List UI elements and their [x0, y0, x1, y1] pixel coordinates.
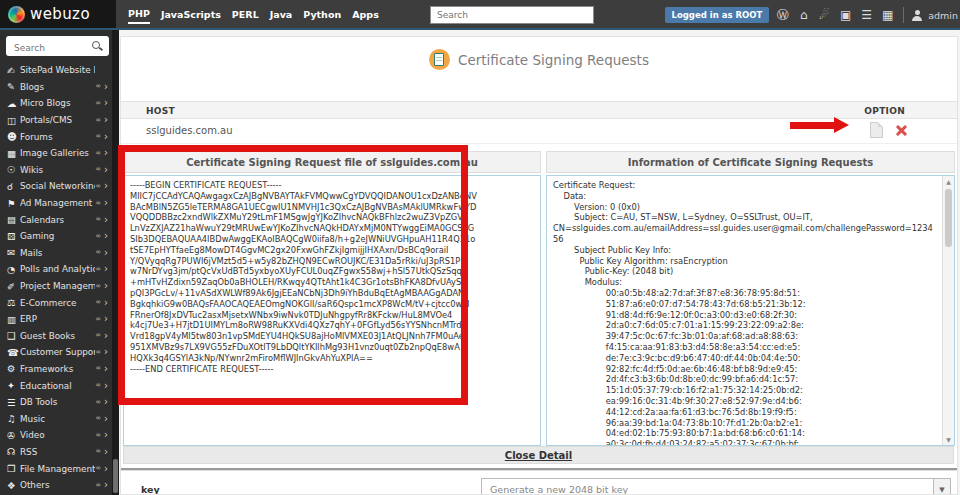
- view-csr-file-icon[interactable]: [870, 122, 883, 138]
- sidebar-item-label: SitePad Website Builder: [20, 65, 95, 75]
- sidebar-item-label: Ad Management: [20, 198, 95, 208]
- sidebar-item[interactable]: ✍ SitePad Website Builder ∞ ›: [0, 62, 112, 79]
- sidebar-item[interactable]: ✐ Project Management ∞ ›: [0, 278, 112, 295]
- wordpress-icon[interactable]: Ⓦ: [775, 9, 790, 21]
- sidebar-item[interactable]: ❖ Others ∞ ›: [0, 477, 112, 494]
- link-icon: ∞: [95, 249, 101, 256]
- apps-grid-icon[interactable]: ▦: [880, 9, 895, 21]
- delete-csr-icon[interactable]: [894, 124, 907, 137]
- csr-file-textarea[interactable]: -----BEGIN CERTIFICATE REQUEST----- MIIC…: [123, 175, 541, 446]
- sidebar-item[interactable]: ⚖ E-Commerce ∞ ›: [0, 294, 112, 311]
- link-icon: ∞: [95, 415, 101, 422]
- sidebar-item[interactable]: ✎ Blogs ∞ ›: [0, 79, 112, 96]
- link-icon: ∞: [95, 365, 101, 372]
- sidebar-item[interactable]: ◔ Polls and Analytics ∞ ›: [0, 261, 112, 278]
- sidebar-item[interactable]: ⚄ Gaming ∞ ›: [0, 228, 112, 245]
- topnav-item[interactable]: PERL: [232, 6, 259, 23]
- link-icon: ∞: [95, 283, 101, 290]
- topnav-item[interactable]: PHP: [128, 5, 150, 24]
- link-icon: ∞: [95, 233, 101, 240]
- sidebar-item-label: Forums: [20, 132, 95, 142]
- sidebar-item-icon: ☰: [7, 397, 20, 408]
- csr-clipboard-icon: [429, 49, 450, 70]
- sidebar-item-icon: ⚄: [7, 231, 20, 242]
- chevron-right-icon: ›: [104, 98, 108, 108]
- package-icon[interactable]: ▣: [838, 9, 853, 21]
- sidebar-item[interactable]: ☌ Social Networking ∞ ›: [0, 178, 112, 195]
- sidebar-item[interactable]: ☰ DB Tools ∞ ›: [0, 394, 112, 411]
- sidebar-item[interactable]: ♫ Music ∞ ›: [0, 410, 112, 427]
- sidebar-item[interactable]: ▤ Calendars ∞ ›: [0, 211, 112, 228]
- sidebar-item[interactable]: ✦ Educational ∞ ›: [0, 377, 112, 394]
- home-icon[interactable]: ⌂: [796, 9, 811, 21]
- link-icon: ∞: [95, 150, 101, 157]
- sidebar-item[interactable]: ⚑ Ad Management ∞ ›: [0, 195, 112, 212]
- topbar-divider: [903, 7, 904, 23]
- sidebar-item[interactable]: ☉ Wikis ∞ ›: [0, 162, 112, 179]
- sidebar-item[interactable]: ☎ Customer Support ∞ ›: [0, 344, 112, 361]
- sidebar-item[interactable]: ☊ RSS ∞ ›: [0, 444, 112, 461]
- sidebar-item-label: Micro Blogs: [20, 98, 95, 108]
- topbar-right-cluster: Logged in as ROOT Ⓦ ⌂ ☄ ▣ ☰ ▦ admin: [665, 0, 959, 30]
- sidebar-scrollbar[interactable]: [112, 30, 119, 495]
- chevron-right-icon: ›: [104, 198, 108, 208]
- csr-info-textarea[interactable]: Certificate Request: Data: Version: 0 (0…: [546, 175, 955, 446]
- sidebar-scrollbar-thumb[interactable]: [113, 459, 118, 493]
- chevron-right-icon: ›: [104, 464, 108, 474]
- sidebar-item-icon: ☌: [7, 181, 20, 192]
- link-icon: ∞: [95, 332, 101, 339]
- link-icon: ∞: [95, 216, 101, 223]
- username-menu[interactable]: admin: [928, 10, 958, 21]
- link-icon: ∞: [95, 183, 101, 190]
- info-panel-scrollbar[interactable]: ▲ ▼: [942, 176, 954, 445]
- close-detail-bar: Close Detail: [123, 446, 954, 464]
- table-row: sslguides.com.au: [121, 119, 957, 144]
- sidebar-item-icon: ☻: [7, 131, 20, 142]
- topnav-item[interactable]: Python: [303, 6, 341, 23]
- topbar-search-input[interactable]: [430, 6, 594, 24]
- topnav-item[interactable]: Apps: [352, 6, 379, 23]
- sidebar-item[interactable]: ▥ ERP ∞ ›: [0, 311, 112, 328]
- link-icon: ∞: [95, 316, 101, 323]
- scrollbar-thumb[interactable]: [945, 189, 952, 247]
- chevron-right-icon: ›: [104, 115, 108, 125]
- sidebar-item[interactable]: ❒ File Management ∞ ›: [0, 460, 112, 477]
- topnav-item[interactable]: Java: [270, 6, 293, 23]
- sidebar-item[interactable]: ◫ Portals/CMS ∞ ›: [0, 112, 112, 129]
- sidebar-item[interactable]: ▦ Image Galleries ∞ ›: [0, 145, 112, 162]
- sidebar-item-icon: ▦: [7, 148, 20, 159]
- sidebar-item[interactable]: ⚙ Frameworks ∞ ›: [0, 361, 112, 378]
- csr-info-panel-title: Information of Certificate Signing Reque…: [546, 151, 955, 173]
- link-icon: ∞: [95, 200, 101, 207]
- sidebar-item[interactable]: ☁ Micro Blogs ∞ ›: [0, 95, 112, 112]
- key-select-dropdown[interactable]: Generate a new 2048 bit key ▼: [481, 478, 951, 495]
- chevron-right-icon: ›: [104, 82, 108, 92]
- sidebar-item[interactable]: ✇ Video ∞ ›: [0, 427, 112, 444]
- chevron-right-icon: ›: [104, 248, 108, 258]
- main-area: Certificate Signing Requests HOST OPTION…: [119, 30, 960, 495]
- sidebar-item-label: Wikis: [20, 165, 95, 175]
- sidebar-item[interactable]: ☻ Forums ∞ ›: [0, 128, 112, 145]
- sidebar-search-input[interactable]: [12, 38, 96, 58]
- sidebar-item-label: Educational: [20, 381, 95, 391]
- scroll-down-icon[interactable]: ▼: [943, 434, 954, 445]
- sidebar-item-icon: ❒: [7, 463, 20, 474]
- webuzo-logo[interactable]: webuzo: [0, 0, 116, 28]
- search-icon: [92, 41, 100, 49]
- chevron-right-icon: ›: [104, 447, 108, 457]
- link-icon: ∞: [95, 432, 101, 439]
- sidebar-item[interactable]: ❑ Guest Books ∞ ›: [0, 328, 112, 345]
- sidebar-item-label: Others: [20, 480, 95, 490]
- sidebar-item-label: Portals/CMS: [20, 115, 95, 125]
- server-icon[interactable]: ☰: [859, 9, 874, 21]
- link-icon: ∞: [95, 482, 101, 489]
- chevron-right-icon: ›: [104, 132, 108, 142]
- csr-file-panel: Certificate Signing Request file of sslg…: [123, 151, 541, 446]
- close-detail-link[interactable]: Close Detail: [505, 450, 572, 461]
- scroll-up-icon[interactable]: ▲: [943, 176, 954, 187]
- sidebar-item-label: Blogs: [20, 82, 95, 92]
- sidebar-item[interactable]: ✉ Mails ∞ ›: [0, 245, 112, 262]
- chevron-right-icon: ›: [104, 215, 108, 225]
- topnav-item[interactable]: JavaScripts: [161, 6, 221, 23]
- rocket-icon[interactable]: ☄: [817, 9, 832, 21]
